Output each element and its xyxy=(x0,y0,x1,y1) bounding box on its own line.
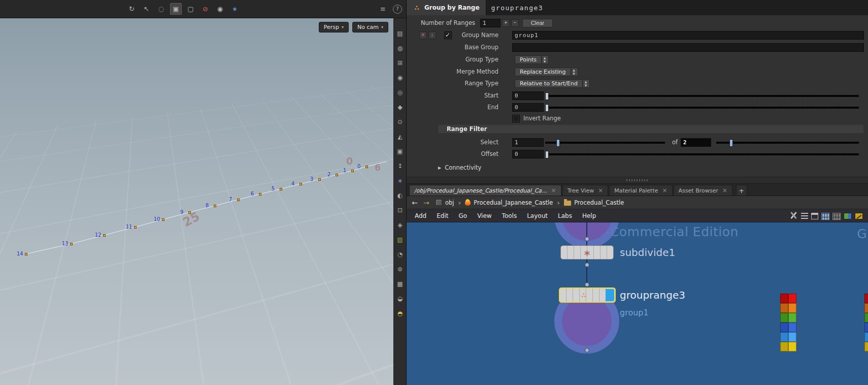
end-input[interactable] xyxy=(512,103,544,112)
select-cursor-icon[interactable]: ↖ xyxy=(141,3,152,15)
shade-icon[interactable]: ▧ xyxy=(395,235,405,245)
box-select-icon[interactable]: ▣ xyxy=(170,3,182,15)
point-dot[interactable] xyxy=(134,226,137,229)
delete-range-button[interactable] xyxy=(419,31,427,39)
menu-help[interactable]: Help xyxy=(577,212,601,219)
display-options-icon[interactable]: ≡ xyxy=(377,3,389,15)
camera-select-button[interactable]: No cam xyxy=(352,22,388,33)
wireframe-icon[interactable]: ◈ xyxy=(395,220,405,230)
normals-icon[interactable]: ⊡ xyxy=(395,205,405,215)
tab-close-icon[interactable]: × xyxy=(551,188,556,193)
node-header-tab[interactable]: Group by Range xyxy=(407,0,486,15)
tree-view-icon[interactable] xyxy=(801,213,808,220)
merge-method-spinner-icon[interactable] xyxy=(571,68,578,76)
menu-tools[interactable]: Tools xyxy=(497,212,522,219)
range-type-spinner-icon[interactable] xyxy=(583,79,590,88)
merge-method-dropdown[interactable]: Replace Existing xyxy=(515,68,571,76)
point-dot[interactable] xyxy=(365,166,368,168)
color-swatch[interactable] xyxy=(864,332,868,342)
panel-list-icon[interactable] xyxy=(811,213,818,219)
point-dot[interactable] xyxy=(299,183,302,185)
grouprange-input-connector[interactable] xyxy=(585,282,589,287)
number-of-ranges-input[interactable] xyxy=(480,19,500,27)
template-icon[interactable]: ◔ xyxy=(395,249,405,260)
add-range-button[interactable]: + xyxy=(502,19,510,27)
point-dot[interactable] xyxy=(214,205,216,207)
select-mode-icon[interactable]: ↕ xyxy=(395,161,405,171)
remove-range-button[interactable]: − xyxy=(511,19,519,27)
select-slider-handle[interactable] xyxy=(556,139,560,147)
pane-tab[interactable]: Asset Browser× xyxy=(674,185,732,196)
range-filter-section-header[interactable]: Range Filter xyxy=(438,124,864,134)
wrench-icon[interactable] xyxy=(789,211,798,220)
color-swatch[interactable] xyxy=(788,303,796,313)
color-swatch[interactable] xyxy=(780,294,788,303)
grouprange-output-connector[interactable] xyxy=(585,348,589,352)
color-swatch[interactable] xyxy=(864,342,868,351)
breadcrumb-item[interactable]: obj xyxy=(434,198,456,207)
end-slider[interactable] xyxy=(545,104,859,111)
point-dot[interactable] xyxy=(259,193,261,196)
subdivide-node[interactable] xyxy=(560,245,614,260)
color-swatch[interactable] xyxy=(864,313,868,323)
color-swatch[interactable] xyxy=(780,332,788,342)
grid-layout-icon[interactable] xyxy=(832,213,841,220)
color-swatch[interactable] xyxy=(788,332,796,342)
select-of-slider-handle[interactable] xyxy=(729,139,733,147)
group-type-dropdown[interactable]: Points xyxy=(515,55,542,64)
snap-disabled-icon[interactable]: ⊘ xyxy=(199,3,211,15)
pane-tab[interactable]: Tree View× xyxy=(562,185,609,196)
end-slider-handle[interactable] xyxy=(545,104,549,112)
color-swatch[interactable] xyxy=(788,342,796,351)
menu-labs[interactable]: Labs xyxy=(553,212,577,219)
lights-icon[interactable]: ◆ xyxy=(395,102,405,112)
start-input[interactable] xyxy=(512,91,544,100)
pane-tab[interactable]: Material Palette× xyxy=(609,185,672,196)
point-dot[interactable] xyxy=(280,188,282,190)
flipbook-icon[interactable]: ◍ xyxy=(395,43,405,53)
new-tab-button[interactable]: + xyxy=(736,185,747,196)
menu-add[interactable]: Add xyxy=(410,212,431,219)
start-slider[interactable] xyxy=(545,92,859,99)
offset-slider-handle[interactable] xyxy=(545,151,549,158)
invert-range-checkbox[interactable] xyxy=(512,115,520,122)
color-swatch[interactable] xyxy=(780,313,788,323)
view-orbit-icon[interactable]: ↻ xyxy=(126,3,138,15)
marquee-select-icon[interactable]: ▢ xyxy=(185,3,196,15)
visibility-icon[interactable]: ◉ xyxy=(395,73,405,83)
menu-view[interactable]: View xyxy=(472,212,496,219)
color-swatch[interactable] xyxy=(788,294,796,303)
image-plane-icon[interactable]: ▦ xyxy=(395,279,405,289)
menu-go[interactable]: Go xyxy=(453,212,472,219)
background-icon[interactable]: ◒ xyxy=(395,294,405,304)
select-input[interactable] xyxy=(512,138,544,147)
node-name-field[interactable]: grouprange3 xyxy=(491,4,544,12)
subdivide-input-connector[interactable] xyxy=(585,237,589,241)
lamp-icon[interactable]: ⊙ xyxy=(395,117,405,127)
point-dot[interactable] xyxy=(318,178,321,181)
tab-close-icon[interactable]: × xyxy=(598,188,603,193)
point-dot[interactable] xyxy=(336,174,338,176)
connectivity-fold[interactable]: Connectivity xyxy=(438,163,481,172)
color-swatch[interactable] xyxy=(780,303,788,313)
start-slider-handle[interactable] xyxy=(545,92,549,100)
lamp-on-icon[interactable]: ◓ xyxy=(395,308,405,318)
grouprange-node[interactable] xyxy=(559,287,616,303)
point-dot[interactable] xyxy=(103,234,106,237)
grid-layout-active-icon[interactable] xyxy=(821,213,829,220)
color-swatch[interactable] xyxy=(864,303,868,313)
3d-viewport[interactable]: 012345678910111213142506 Persp No cam xyxy=(0,18,393,385)
pane-divider-handle[interactable] xyxy=(407,177,868,184)
menu-layout[interactable]: Layout xyxy=(522,212,553,219)
perspective-view-button[interactable]: Persp xyxy=(319,22,349,33)
color-swatch[interactable] xyxy=(788,313,796,323)
offset-slider[interactable] xyxy=(545,151,859,157)
pencil-icon[interactable] xyxy=(855,213,863,219)
display-flag[interactable] xyxy=(606,289,614,301)
back-arrow-icon[interactable]: ← xyxy=(411,199,419,207)
pane-tab[interactable]: /obj/Procedual_Japanese_Castle/Procedual… xyxy=(409,185,561,196)
select-of-input[interactable] xyxy=(681,138,711,147)
objects-icon[interactable]: ◭ xyxy=(395,132,405,142)
lasso-select-icon[interactable]: ◌ xyxy=(155,3,167,15)
display-flags-icon[interactable]: ⊚ xyxy=(395,264,405,274)
